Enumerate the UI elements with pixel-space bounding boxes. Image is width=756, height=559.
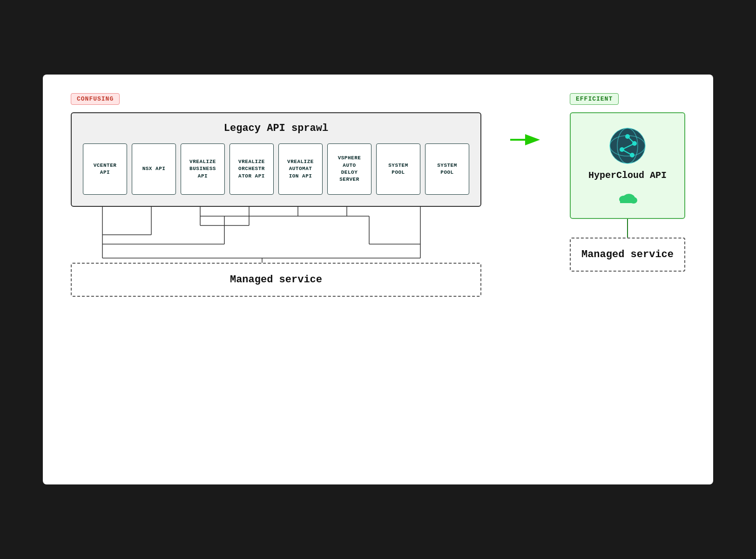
api-boxes: VCENTER APINSX APIVREALIZE BUSINESS APIV… (83, 143, 469, 195)
hypercloud-box: HyperCloud API (570, 112, 685, 219)
managed-box-right: Managed service (570, 238, 685, 272)
api-box: VREALIZE BUSINESS API (181, 143, 225, 195)
api-box: VSPHERE AUTO DELOY SERVER (327, 143, 371, 195)
api-box: VCENTER API (83, 143, 127, 195)
managed-service-left: Managed service (230, 274, 322, 286)
confusing-badge: CONFUSING (71, 93, 120, 105)
legacy-box: Legacy API sprawl VCENTER APINSX APIVREA… (71, 112, 481, 207)
left-side: CONFUSING Legacy API sprawl VCENTER APIN… (71, 93, 481, 297)
managed-box-left: Managed service (71, 263, 481, 297)
svg-rect-33 (620, 199, 635, 203)
hypercloud-title: HyperCloud API (588, 170, 667, 181)
vertical-connector (627, 219, 628, 238)
canvas: CONFUSING Legacy API sprawl VCENTER APIN… (43, 75, 713, 484)
api-box: NSX API (132, 143, 176, 195)
main-row: CONFUSING Legacy API sprawl VCENTER APIN… (71, 93, 685, 466)
api-box: VREALIZE AUTOMAT ION API (278, 143, 323, 195)
right-side: EFFICIENT Hyp (570, 93, 685, 272)
api-box: VREALIZE ORCHESTR ATOR API (230, 143, 274, 195)
lines-area (71, 207, 481, 263)
api-box: SYSTEM POOL (376, 143, 420, 195)
api-box: SYSTEM POOL (425, 143, 469, 195)
arrow-column (509, 93, 542, 149)
right-arrow-icon (509, 130, 542, 149)
hypercloud-logo-icon (609, 127, 646, 164)
efficient-badge: EFFICIENT (570, 93, 619, 105)
cloud-icon (617, 190, 638, 204)
legacy-title: Legacy API sprawl (83, 123, 469, 134)
managed-service-right: Managed service (581, 249, 674, 260)
